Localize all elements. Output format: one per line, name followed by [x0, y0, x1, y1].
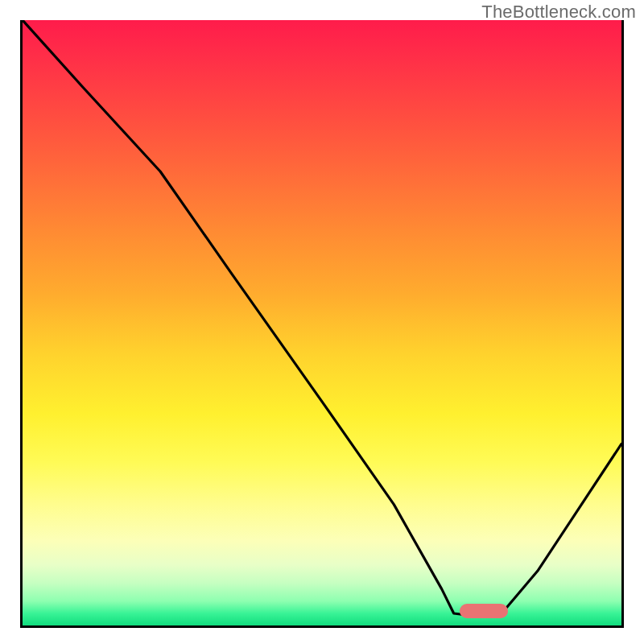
optimal-range-marker — [460, 604, 508, 618]
bottleneck-curve — [23, 20, 621, 625]
watermark-text: TheBottleneck.com — [481, 2, 636, 23]
chart-frame: TheBottleneck.com — [0, 0, 644, 644]
plot-area — [20, 20, 624, 628]
